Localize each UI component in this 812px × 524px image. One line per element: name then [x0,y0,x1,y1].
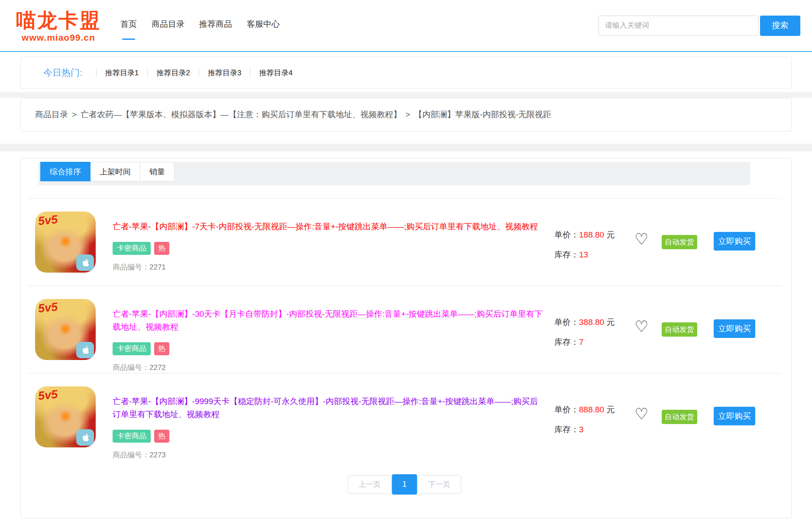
product-image[interactable]: 5v5 [35,212,96,273]
hot-bar: 今日热门: 推荐目录1 推荐目录2 推荐目录3 推荐目录4 [20,57,792,89]
hot-item-2[interactable]: 推荐目录2 [156,68,190,78]
nav-item-catalog[interactable]: 商品目录 [152,12,184,40]
stock-value: 3 [579,425,584,434]
price-unit: 元 [606,318,615,327]
product-info: 亡者-苹果-【内部澜】-7天卡-内部投视-无限视距—操作:音量+-按键跳出菜单—… [113,220,543,272]
tag-card-product: 卡密商品 [113,242,151,255]
product-image[interactable]: 5v5 [35,299,96,360]
hot-item-1[interactable]: 推荐目录1 [105,68,139,78]
nav-item-recommend[interactable]: 推荐商品 [199,12,232,40]
price-block: 单价：188.80 元 库存：13 [554,230,615,260]
sku-label: 商品编号： [113,263,149,271]
price-block: 单价：388.80 元 库存：7 [554,317,615,347]
stock-value: 13 [579,250,588,259]
stock-label: 库存： [554,425,579,434]
apple-icon [76,429,94,446]
5v5-badge: 5v5 [38,388,58,403]
divider [250,68,250,77]
breadcrumb-item-category[interactable]: 亡者农药—【苹果版本、模拟器版本】—【注意：购买后订单里有下载地址、视频教程】 [81,109,401,120]
5v5-badge: 5v5 [38,213,58,228]
tag-hot: 热 [154,430,169,443]
tag-card-product: 卡密商品 [113,430,151,443]
auto-deliver-button[interactable]: 自动发货 [662,322,697,337]
product-title[interactable]: 亡者-苹果-【内部澜】-30天卡【月卡自带防封】-内部投视-无限视距—操作:音量… [113,308,543,334]
nav-item-support[interactable]: 客服中心 [247,12,280,40]
breadcrumb: 商品目录 > 亡者农药—【苹果版本、模拟器版本】—【注意：购买后订单里有下载地址… [20,98,792,132]
nav-item-label: 推荐商品 [199,19,232,30]
product-sku: 商品编号：2271 [113,262,543,272]
product-info: 亡者-苹果-【内部澜】-30天卡【月卡自带防封】-内部投视-无限视距—操作:音量… [113,308,543,373]
price-label: 单价： [554,230,579,239]
divider [199,68,199,77]
product-tags: 卡密商品 热 [113,242,543,255]
product-sku: 商品编号：2273 [113,450,543,460]
sku-value: 2272 [149,363,166,372]
breadcrumb-item-catalog[interactable]: 商品目录 [35,109,68,120]
search-input[interactable] [598,16,759,36]
search-bar: 搜索 [598,16,800,36]
tag-hot: 热 [154,242,169,255]
sku-value: 2273 [149,451,166,459]
product-row: 5v5 亡者-苹果-【内部澜】-7天卡-内部投视-无限视距—操作:音量+-按键跳… [28,198,781,286]
stock-label: 库存： [554,338,579,347]
tag-card-product: 卡密商品 [113,342,151,355]
search-button[interactable]: 搜索 [760,16,800,36]
price-label: 单价： [554,405,579,414]
site-logo-url: www.miao99.cn [13,32,104,43]
sku-value: 2271 [149,263,166,271]
product-tags: 卡密商品 热 [113,430,543,443]
product-rows: 5v5 亡者-苹果-【内部澜】-7天卡-内部投视-无限视距—操作:音量+-按键跳… [35,198,774,460]
product-info: 亡者-苹果-【内部澜】-9999天卡【稳定防封-可永久使用】-内部投视-无限视距… [113,395,543,460]
product-image[interactable]: 5v5 [35,386,96,447]
tag-hot: 热 [154,342,169,355]
product-tags: 卡密商品 热 [113,342,543,355]
nav-item-label: 商品目录 [152,19,184,30]
favorite-heart-icon[interactable]: ♡ [634,405,648,423]
pagination-next-button[interactable]: 下一页 [417,475,461,494]
section-gap [0,144,812,151]
product-list-panel: 综合排序 上架时间 销量 5v5 亡者-苹果-【内部澜】-7天卡-内部投视-无限… [20,158,792,518]
auto-deliver-button[interactable]: 自动发货 [662,410,697,424]
sort-tabbar: 综合排序 上架时间 销量 [38,162,750,185]
buy-now-button[interactable]: 立即购买 [714,407,755,425]
product-row: 5v5 亡者-苹果-【内部澜】-30天卡【月卡自带防封】-内部投视-无限视距—操… [28,286,781,373]
stock-label: 库存： [554,250,579,259]
sku-label: 商品编号： [113,451,149,459]
section-gap [0,92,812,98]
hot-item-3[interactable]: 推荐目录3 [208,68,241,78]
apple-icon [76,342,94,358]
buy-now-button[interactable]: 立即购买 [714,232,755,251]
buy-now-button[interactable]: 立即购买 [714,319,755,338]
price-value: 388.80 [579,318,604,327]
favorite-heart-icon[interactable]: ♡ [634,231,648,248]
hot-item-4[interactable]: 推荐目录4 [259,68,292,78]
price-value: 188.80 [579,230,604,239]
price-unit: 元 [606,230,615,239]
sort-tab-sales[interactable]: 销量 [140,162,175,181]
divider [96,68,97,77]
stock-value: 7 [579,338,584,347]
site-logo[interactable]: 喵龙卡盟 www.miao99.cn [13,8,104,43]
hot-bar-label: 今日热门: [43,67,82,79]
sku-label: 商品编号： [113,363,149,372]
favorite-heart-icon[interactable]: ♡ [634,318,648,335]
divider [147,68,148,77]
header: 喵龙卡盟 www.miao99.cn 首页 商品目录 推荐商品 客服中心 搜索 [0,0,812,52]
5v5-badge: 5v5 [38,300,58,316]
main-nav: 首页 商品目录 推荐商品 客服中心 [120,12,280,40]
pagination: 上一页 1 下一页 [35,474,774,495]
pagination-prev-button[interactable]: 上一页 [348,475,391,494]
sort-tab-listing-time[interactable]: 上架时间 [91,162,140,181]
site-logo-title: 喵龙卡盟 [13,8,104,32]
price-block: 单价：888.80 元 库存：3 [554,405,615,435]
breadcrumb-separator: > [72,110,77,119]
nav-item-home[interactable]: 首页 [120,12,137,40]
pagination-current-page[interactable]: 1 [392,474,417,495]
sort-tab-composite[interactable]: 综合排序 [40,162,91,181]
auto-deliver-button[interactable]: 自动发货 [662,235,697,249]
product-title[interactable]: 亡者-苹果-【内部澜】-7天卡-内部投视-无限视距—操作:音量+-按键跳出菜单—… [113,220,543,233]
price-unit: 元 [606,405,615,414]
active-tab-underline [122,39,135,40]
product-title[interactable]: 亡者-苹果-【内部澜】-9999天卡【稳定防封-可永久使用】-内部投视-无限视距… [113,395,543,421]
breadcrumb-item-current[interactable]: 【内部澜】苹果版-内部投视-无限视距 [414,109,551,120]
